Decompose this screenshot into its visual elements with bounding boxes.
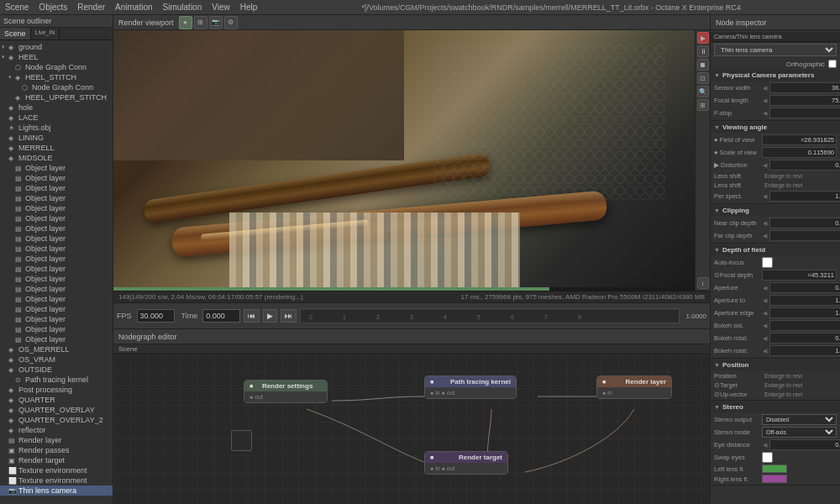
- tree-item[interactable]: ▤Object layer: [0, 213, 113, 223]
- tree-item[interactable]: ▤Object layer: [0, 304, 113, 314]
- param-scale-view-input[interactable]: [762, 147, 837, 158]
- tree-item[interactable]: ▤Object layer: [0, 254, 113, 264]
- param-focal-length-input[interactable]: [769, 95, 840, 106]
- tree-item[interactable]: ◈LACE: [0, 113, 113, 123]
- tree-item[interactable]: ⬡Node Graph Conn: [0, 62, 113, 72]
- menu-objects[interactable]: Objects: [39, 3, 67, 12]
- node-path-tracing[interactable]: ■ Path tracing kernel ● in ● out: [424, 375, 517, 399]
- tree-item[interactable]: ◈hole: [0, 102, 113, 113]
- nodegraph-canvas[interactable]: ■ Render settings ● out ■ Path tracing k…: [113, 354, 710, 504]
- tree-item[interactable]: ⊙Path tracing kernel: [0, 375, 113, 385]
- info-btn[interactable]: i: [697, 277, 709, 289]
- tree-item[interactable]: ▤Object layer: [0, 324, 113, 334]
- tree-item[interactable]: ▾◈HEEL: [0, 52, 113, 62]
- tree-item[interactable]: ⬜Texture environment: [0, 475, 113, 486]
- tree-item[interactable]: ⬡Node Graph Conn: [0, 82, 113, 92]
- param-sensor-width-input[interactable]: [769, 82, 840, 93]
- tree-item[interactable]: ▤Object layer: [0, 183, 113, 193]
- render-btn[interactable]: ▶: [697, 32, 709, 44]
- section-dof-header[interactable]: ▼ Depth of field: [711, 244, 840, 255]
- param-far-clip-input[interactable]: [769, 230, 840, 241]
- param-fstop-input[interactable]: [769, 108, 840, 118]
- render-icon-grid[interactable]: ⊞: [194, 16, 207, 29]
- tree-item[interactable]: ◈HEEL_UPPER_STITCH: [0, 92, 113, 102]
- param-focal-depth-input[interactable]: [762, 270, 837, 281]
- param-bokeh-sides-input[interactable]: [769, 320, 840, 331]
- section-viewing-angle-header[interactable]: ▼ Viewing angle: [711, 122, 840, 133]
- swap-eyes-checkbox[interactable]: [762, 452, 773, 463]
- tree-item[interactable]: ▾◈ground: [0, 42, 113, 52]
- tree-item[interactable]: ▤Object layer: [0, 314, 113, 324]
- tree-item[interactable]: ◈QUARTER: [0, 395, 113, 405]
- tree-item[interactable]: ▾◈HEEL_STITCH: [0, 72, 113, 82]
- menu-scene[interactable]: Scene: [5, 3, 29, 12]
- tree-item[interactable]: ▤Object layer: [0, 234, 113, 244]
- tree-item[interactable]: ▤Object layer: [0, 264, 113, 274]
- tree-item[interactable]: ▤Object layer: [0, 274, 113, 284]
- tree-item[interactable]: ◈MIDSOLE: [0, 153, 113, 163]
- timeline-track[interactable]: 0 1 2 3 4 5 6 7 8: [300, 308, 679, 323]
- tab-live[interactable]: Live_IN: [31, 28, 60, 39]
- param-fov-input[interactable]: [762, 134, 837, 145]
- pause-btn[interactable]: ⏸: [697, 45, 709, 57]
- stereo-mode-select[interactable]: Off-axis: [762, 427, 837, 438]
- fps-input[interactable]: [137, 309, 175, 323]
- tree-item[interactable]: ▤Object layer: [0, 334, 113, 344]
- tree-item[interactable]: ⬜Texture environment: [0, 465, 113, 475]
- tree-item[interactable]: ▤Object layer: [0, 193, 113, 203]
- prev-keyframe-btn[interactable]: ⏮: [244, 309, 260, 323]
- tab-scene[interactable]: Scene: [0, 28, 31, 39]
- next-keyframe-btn[interactable]: ⏭: [281, 309, 297, 323]
- stop-btn[interactable]: ⏹: [697, 59, 709, 71]
- menu-view[interactable]: View: [212, 3, 230, 12]
- time-input[interactable]: [202, 309, 240, 323]
- tree-item[interactable]: ▤Render layer: [0, 435, 113, 445]
- tree-item[interactable]: ◈Post processing: [0, 385, 113, 395]
- section-clipping-header[interactable]: ▼ Clipping: [711, 205, 840, 216]
- param-aperture-to-input[interactable]: [769, 295, 840, 306]
- tree-item[interactable]: ▣Render passes: [0, 445, 113, 455]
- tree-item[interactable]: ◈OUTSIDE: [0, 365, 113, 375]
- param-aperture-input[interactable]: [769, 282, 840, 293]
- section-position-header[interactable]: ▼ Position: [711, 360, 840, 370]
- tree-item[interactable]: ▣Render target: [0, 455, 113, 465]
- zoom-btn[interactable]: 🔍: [697, 86, 709, 97]
- tree-item[interactable]: ▤Object layer: [0, 294, 113, 304]
- tree-item[interactable]: ◈OS_MERRELL: [0, 344, 113, 354]
- tree-item[interactable]: ▤Object layer: [0, 163, 113, 173]
- tree-item[interactable]: ◈QUARTER_OVERLAY_2: [0, 415, 113, 425]
- node-thumbnail[interactable]: [231, 430, 252, 451]
- tree-item[interactable]: ▤Object layer: [0, 284, 113, 294]
- param-eye-dist-input[interactable]: [769, 439, 840, 450]
- section-physical-camera-header[interactable]: ▼ Physical Camera parameters: [711, 70, 840, 81]
- render-icon-sphere[interactable]: ●: [179, 16, 192, 29]
- play-btn[interactable]: ▶: [263, 309, 277, 323]
- menu-help[interactable]: Help: [240, 3, 258, 12]
- param-bokeh-rot-input[interactable]: [769, 333, 840, 344]
- render-icon-settings[interactable]: ⚙: [224, 16, 238, 29]
- section-stereo-header[interactable]: ▼ Stereo: [711, 402, 840, 412]
- tree-item[interactable]: 📷Thin lens camera: [0, 486, 113, 496]
- tree-item[interactable]: ▤Object layer: [0, 223, 113, 234]
- tree-item[interactable]: ◈LINING: [0, 133, 113, 143]
- node-render-settings[interactable]: ■ Render settings ● out: [244, 380, 328, 403]
- tree-item[interactable]: ◈reflector: [0, 425, 113, 435]
- menu-render[interactable]: Render: [77, 3, 105, 12]
- left-lens-color[interactable]: [762, 465, 787, 473]
- param-near-clip-input[interactable]: [769, 218, 840, 228]
- node-render-layer[interactable]: ■ Render layer ● in: [596, 375, 672, 399]
- param-aperture-edge-input[interactable]: [769, 307, 840, 318]
- param-bokeh-rot2-input[interactable]: [769, 345, 840, 356]
- render-icon-camera[interactable]: 📷: [209, 16, 223, 29]
- camera-select[interactable]: Thin lens camera: [714, 44, 837, 56]
- resize-btn[interactable]: ⊡: [697, 72, 709, 84]
- node-render-target[interactable]: ■ Render target ● in ● out: [424, 451, 508, 475]
- menu-animation[interactable]: Animation: [115, 3, 152, 12]
- stereo-output-select[interactable]: Disabled: [762, 414, 837, 425]
- tree-item[interactable]: ☀Lights.obj: [0, 123, 113, 133]
- ortho-checkbox[interactable]: [828, 60, 837, 68]
- tree-item[interactable]: ▤Object layer: [0, 203, 113, 213]
- tree-item[interactable]: ◈OS_VRAM: [0, 354, 113, 365]
- menu-simulation[interactable]: Simulation: [163, 3, 202, 12]
- param-distortion-input[interactable]: [769, 160, 840, 171]
